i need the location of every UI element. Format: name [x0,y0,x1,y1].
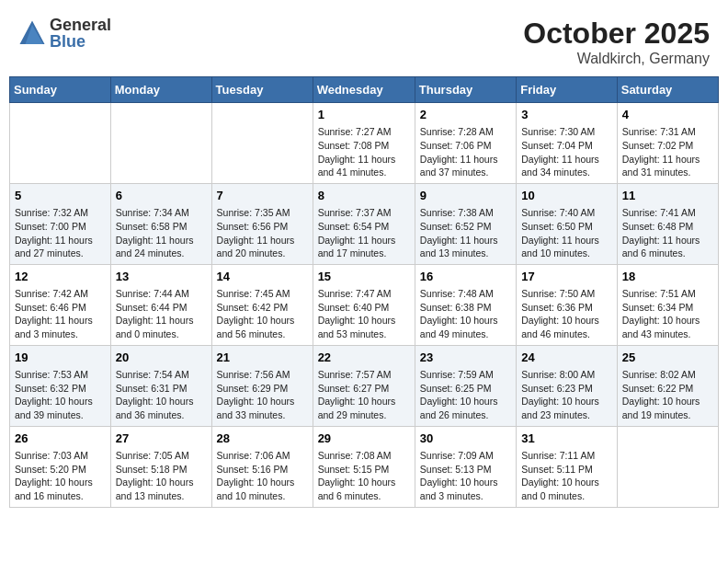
cell-info: Sunrise: 7:05 AM Sunset: 5:18 PM Dayligh… [116,450,194,501]
calendar-cell: 31Sunrise: 7:11 AM Sunset: 5:11 PM Dayli… [517,426,618,507]
calendar-cell: 11Sunrise: 7:41 AM Sunset: 6:48 PM Dayli… [617,183,718,264]
month-title: October 2025 [523,17,710,51]
calendar-cell [110,103,211,184]
calendar-cell: 14Sunrise: 7:45 AM Sunset: 6:42 PM Dayli… [211,264,313,345]
day-number: 19 [15,350,106,366]
day-number: 13 [116,269,207,285]
header-tuesday: Tuesday [211,77,313,103]
header-wednesday: Wednesday [313,77,415,103]
day-number: 31 [521,431,612,447]
day-number: 16 [420,269,511,285]
cell-info: Sunrise: 7:57 AM Sunset: 6:27 PM Dayligh… [318,369,396,420]
cell-info: Sunrise: 8:02 AM Sunset: 6:22 PM Dayligh… [622,369,700,420]
calendar-cell: 21Sunrise: 7:56 AM Sunset: 6:29 PM Dayli… [211,345,313,426]
calendar-cell: 25Sunrise: 8:02 AM Sunset: 6:22 PM Dayli… [617,345,718,426]
cell-info: Sunrise: 7:40 AM Sunset: 6:50 PM Dayligh… [521,207,599,259]
cell-info: Sunrise: 7:59 AM Sunset: 6:25 PM Dayligh… [420,369,498,420]
cell-info: Sunrise: 7:35 AM Sunset: 6:56 PM Dayligh… [217,207,295,259]
calendar-cell: 15Sunrise: 7:47 AM Sunset: 6:40 PM Dayli… [313,264,415,345]
calendar-cell: 29Sunrise: 7:08 AM Sunset: 5:15 PM Dayli… [313,426,415,507]
calendar-cell: 26Sunrise: 7:03 AM Sunset: 5:20 PM Dayli… [10,426,111,507]
day-number: 18 [622,269,713,285]
day-number: 1 [318,107,410,123]
logo-icon [18,19,46,47]
day-number: 3 [521,107,612,123]
header-saturday: Saturday [617,77,718,103]
logo: General Blue [18,17,111,50]
cell-info: Sunrise: 7:48 AM Sunset: 6:38 PM Dayligh… [420,288,498,339]
logo-general-text: General [50,17,111,33]
cell-info: Sunrise: 7:30 AM Sunset: 7:04 PM Dayligh… [521,126,599,178]
location-title: Waldkirch, Germany [523,51,710,67]
calendar-cell: 16Sunrise: 7:48 AM Sunset: 6:38 PM Dayli… [415,264,516,345]
title-block: October 2025 Waldkirch, Germany [523,17,710,67]
calendar-cell: 8Sunrise: 7:37 AM Sunset: 6:54 PM Daylig… [313,183,415,264]
calendar-cell [10,103,111,184]
cell-info: Sunrise: 7:03 AM Sunset: 5:20 PM Dayligh… [15,450,93,501]
calendar-cell: 4Sunrise: 7:31 AM Sunset: 7:02 PM Daylig… [617,103,718,184]
calendar-cell: 17Sunrise: 7:50 AM Sunset: 6:36 PM Dayli… [517,264,618,345]
calendar-cell: 20Sunrise: 7:54 AM Sunset: 6:31 PM Dayli… [110,345,211,426]
cell-info: Sunrise: 7:50 AM Sunset: 6:36 PM Dayligh… [521,288,599,339]
calendar-cell [617,426,718,507]
header-friday: Friday [517,77,618,103]
day-number: 22 [318,350,410,366]
calendar-week-row: 5Sunrise: 7:32 AM Sunset: 7:00 PM Daylig… [10,183,719,264]
cell-info: Sunrise: 7:32 AM Sunset: 7:00 PM Dayligh… [15,207,93,259]
day-number: 26 [15,431,106,447]
cell-info: Sunrise: 7:38 AM Sunset: 6:52 PM Dayligh… [420,207,498,259]
cell-info: Sunrise: 7:56 AM Sunset: 6:29 PM Dayligh… [217,369,295,420]
calendar-cell: 23Sunrise: 7:59 AM Sunset: 6:25 PM Dayli… [415,345,516,426]
day-number: 24 [521,350,612,366]
cell-info: Sunrise: 7:41 AM Sunset: 6:48 PM Dayligh… [622,207,700,259]
calendar-week-row: 19Sunrise: 7:53 AM Sunset: 6:32 PM Dayli… [10,345,719,426]
day-number: 11 [622,188,713,204]
cell-info: Sunrise: 7:06 AM Sunset: 5:16 PM Dayligh… [217,450,295,501]
day-number: 12 [15,269,106,285]
calendar-table: SundayMondayTuesdayWednesdayThursdayFrid… [9,76,719,508]
day-number: 6 [116,188,207,204]
cell-info: Sunrise: 7:45 AM Sunset: 6:42 PM Dayligh… [217,288,295,339]
calendar-cell: 7Sunrise: 7:35 AM Sunset: 6:56 PM Daylig… [211,183,313,264]
logo-text: General Blue [50,17,111,50]
page-header: General Blue October 2025 Waldkirch, Ger… [9,9,719,67]
day-number: 7 [217,188,308,204]
calendar-cell: 10Sunrise: 7:40 AM Sunset: 6:50 PM Dayli… [517,183,618,264]
day-number: 14 [217,269,308,285]
calendar-header-row: SundayMondayTuesdayWednesdayThursdayFrid… [10,77,719,103]
calendar-cell: 1Sunrise: 7:27 AM Sunset: 7:08 PM Daylig… [313,103,415,184]
calendar-cell: 3Sunrise: 7:30 AM Sunset: 7:04 PM Daylig… [517,103,618,184]
cell-info: Sunrise: 7:09 AM Sunset: 5:13 PM Dayligh… [420,450,498,501]
day-number: 28 [217,431,308,447]
calendar-cell: 22Sunrise: 7:57 AM Sunset: 6:27 PM Dayli… [313,345,415,426]
calendar-cell: 28Sunrise: 7:06 AM Sunset: 5:16 PM Dayli… [211,426,313,507]
cell-info: Sunrise: 7:11 AM Sunset: 5:11 PM Dayligh… [521,450,599,501]
calendar-cell: 9Sunrise: 7:38 AM Sunset: 6:52 PM Daylig… [415,183,516,264]
day-number: 29 [318,431,410,447]
calendar-cell: 5Sunrise: 7:32 AM Sunset: 7:00 PM Daylig… [10,183,111,264]
calendar-cell [211,103,313,184]
cell-info: Sunrise: 7:28 AM Sunset: 7:06 PM Dayligh… [420,126,498,178]
day-number: 9 [420,188,511,204]
calendar-cell: 6Sunrise: 7:34 AM Sunset: 6:58 PM Daylig… [110,183,211,264]
calendar-week-row: 12Sunrise: 7:42 AM Sunset: 6:46 PM Dayli… [10,264,719,345]
cell-info: Sunrise: 7:44 AM Sunset: 6:44 PM Dayligh… [116,288,194,339]
cell-info: Sunrise: 7:42 AM Sunset: 6:46 PM Dayligh… [15,288,93,339]
calendar-cell: 2Sunrise: 7:28 AM Sunset: 7:06 PM Daylig… [415,103,516,184]
day-number: 27 [116,431,207,447]
cell-info: Sunrise: 7:31 AM Sunset: 7:02 PM Dayligh… [622,126,700,178]
day-number: 4 [622,107,713,123]
header-sunday: Sunday [10,77,111,103]
day-number: 10 [521,188,612,204]
header-monday: Monday [110,77,211,103]
calendar-week-row: 1Sunrise: 7:27 AM Sunset: 7:08 PM Daylig… [10,103,719,184]
day-number: 5 [15,188,106,204]
cell-info: Sunrise: 7:37 AM Sunset: 6:54 PM Dayligh… [318,207,396,259]
day-number: 17 [521,269,612,285]
calendar-cell: 12Sunrise: 7:42 AM Sunset: 6:46 PM Dayli… [10,264,111,345]
cell-info: Sunrise: 8:00 AM Sunset: 6:23 PM Dayligh… [521,369,599,420]
day-number: 15 [318,269,410,285]
cell-info: Sunrise: 7:51 AM Sunset: 6:34 PM Dayligh… [622,288,700,339]
day-number: 23 [420,350,511,366]
calendar-cell: 13Sunrise: 7:44 AM Sunset: 6:44 PM Dayli… [110,264,211,345]
